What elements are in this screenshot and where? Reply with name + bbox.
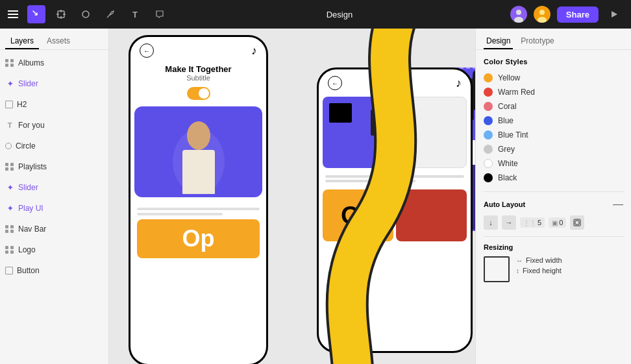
color-name-5: Grey <box>498 145 515 154</box>
pen-tool[interactable] <box>101 5 119 23</box>
frame-icon <box>5 101 13 108</box>
auto-layout-controls: ↓ → ⋮⋮ 5 ▣ 0 <box>484 215 623 230</box>
al-right-btn[interactable]: → <box>502 215 516 230</box>
color-style-grey[interactable]: Grey <box>484 142 623 156</box>
menu-icon[interactable] <box>8 8 21 21</box>
phone2-scroll <box>319 171 471 187</box>
back-button-1[interactable]: ← <box>140 43 154 58</box>
toggle-knob <box>199 88 209 99</box>
canvas[interactable]: ← ♪ Make It Together Subtitle <box>109 29 475 364</box>
layer-item-slider2[interactable]: ✦ Slider <box>0 177 108 198</box>
color-name-0: Yellow <box>498 73 520 82</box>
fixed-height-option[interactable]: ↕ Fixed height <box>516 267 562 274</box>
collapse-icon[interactable]: — <box>613 199 623 210</box>
grid-icon-2 <box>5 162 14 171</box>
layer-item-h2[interactable]: H2 <box>0 94 108 115</box>
topbar-center: Design <box>327 10 353 19</box>
al-spacing-field[interactable]: ⋮⋮ 5 <box>520 217 545 228</box>
text-tool[interactable]: T <box>126 5 144 23</box>
layer-item-playlists[interactable]: Playlists <box>0 156 108 177</box>
svg-point-10 <box>539 10 545 15</box>
topbar: T Design Share <box>0 0 631 29</box>
svg-point-14 <box>187 121 210 150</box>
layer-item-logo[interactable]: Logo <box>0 239 108 260</box>
component-icon-2: ✦ <box>5 183 14 192</box>
panel-tabs: Layers Assets <box>0 29 108 50</box>
color-style-black[interactable]: Black <box>484 171 623 185</box>
grid-icon-3 <box>5 224 14 234</box>
present-button[interactable] <box>605 5 623 23</box>
phone-mockup-1: ← ♪ Make It Together Subtitle <box>129 35 268 364</box>
music-icon-1: ♪ <box>251 44 257 58</box>
frame-icon-2 <box>5 267 13 274</box>
phone-mockup-2: ← ♪ ▶ <box>317 67 473 353</box>
toggle-switch[interactable] <box>187 87 210 100</box>
color-dot-1 <box>484 88 493 97</box>
color-dot-4 <box>484 130 493 140</box>
color-dot-7 <box>484 173 493 182</box>
oval-tool[interactable] <box>77 5 95 23</box>
color-name-3: Blue <box>498 116 513 125</box>
color-style-white[interactable]: White <box>484 156 623 171</box>
resizing-controls: ↔ Fixed width ↕ Fixed height <box>484 256 623 282</box>
tab-assets[interactable]: Assets <box>42 34 75 49</box>
phone2-bottom-grid: Op <box>319 187 471 244</box>
phone2-grid: ▶ <box>319 94 471 171</box>
avatar-1 <box>510 6 527 23</box>
color-dot-6 <box>484 159 493 168</box>
svg-marker-12 <box>612 11 617 18</box>
music-icon-2: ♪ <box>456 77 462 90</box>
right-panel-tabs: Design Prototype <box>476 29 631 50</box>
fixed-width-option[interactable]: ↔ Fixed width <box>516 256 562 264</box>
phone1-image <box>134 106 262 197</box>
al-align-btn[interactable] <box>570 215 584 230</box>
tab-design[interactable]: Design <box>484 34 513 49</box>
al-padding-field[interactable]: ▣ 0 <box>549 217 566 228</box>
layer-item-nav-bar[interactable]: Nav Bar <box>0 219 108 239</box>
layer-item-circle[interactable]: Circle <box>0 136 108 156</box>
layer-item-play-ui[interactable]: ✦ Play UI <box>0 198 108 219</box>
grid-cell-2 <box>396 97 467 168</box>
color-name-2: Coral <box>498 102 517 111</box>
al-down-btn[interactable]: ↓ <box>484 215 498 230</box>
layer-item-button[interactable]: Button <box>0 260 108 281</box>
color-name-4: Blue Tint <box>498 130 528 140</box>
tab-prototype[interactable]: Prototype <box>518 34 556 49</box>
component-icon-3: ✦ <box>5 204 14 213</box>
tab-layers[interactable]: Layers <box>5 34 39 49</box>
section-divider-2 <box>484 236 623 237</box>
resizing-options: ↔ Fixed width ↕ Fixed height <box>516 256 562 274</box>
color-style-blue-tint[interactable]: Blue Tint <box>484 128 623 142</box>
color-style-blue[interactable]: Blue <box>484 114 623 128</box>
right-panel: Design Prototype Color Styles YellowWarm… <box>475 29 631 364</box>
grid-icon <box>5 58 14 67</box>
auto-layout-title: Auto Layout <box>484 200 525 208</box>
color-style-warm-red[interactable]: Warm Red <box>484 85 623 99</box>
layer-item-for-you[interactable]: T For you <box>0 115 108 136</box>
avatar-2 <box>534 6 551 23</box>
comment-tool[interactable] <box>151 5 169 23</box>
color-name-7: Black <box>498 173 517 182</box>
color-style-yellow[interactable]: Yellow <box>484 71 623 85</box>
frame-tool[interactable] <box>52 5 70 23</box>
phone1-lower: Op <box>130 201 266 262</box>
share-button[interactable]: Share <box>557 6 599 23</box>
red-photo-card <box>396 189 467 241</box>
resizing-preview <box>484 256 510 282</box>
resizing-section: Resizing ↔ Fixed width ↕ Fixed height <box>484 243 623 282</box>
grid-icon-4 <box>5 245 14 254</box>
page-title: Design <box>327 10 353 19</box>
layer-item-slider1[interactable]: ✦ Slider <box>0 73 108 94</box>
topbar-left: T <box>8 5 169 23</box>
move-tool[interactable] <box>27 5 45 23</box>
phone1-title: Make It Together <box>140 64 257 74</box>
color-style-coral[interactable]: Coral <box>484 99 623 114</box>
section-divider-1 <box>484 191 623 192</box>
back-button-2[interactable]: ← <box>328 76 342 90</box>
svg-point-5 <box>82 11 89 18</box>
phone1-subtitle: Subtitle <box>140 74 257 82</box>
fixed-height-icon: ↕ <box>516 267 519 274</box>
layer-item-albums[interactable]: Albums <box>0 53 108 73</box>
component-icon: ✦ <box>5 79 14 88</box>
main-area: Layers Assets Albums ✦ Slider H2 T For y… <box>0 29 631 364</box>
